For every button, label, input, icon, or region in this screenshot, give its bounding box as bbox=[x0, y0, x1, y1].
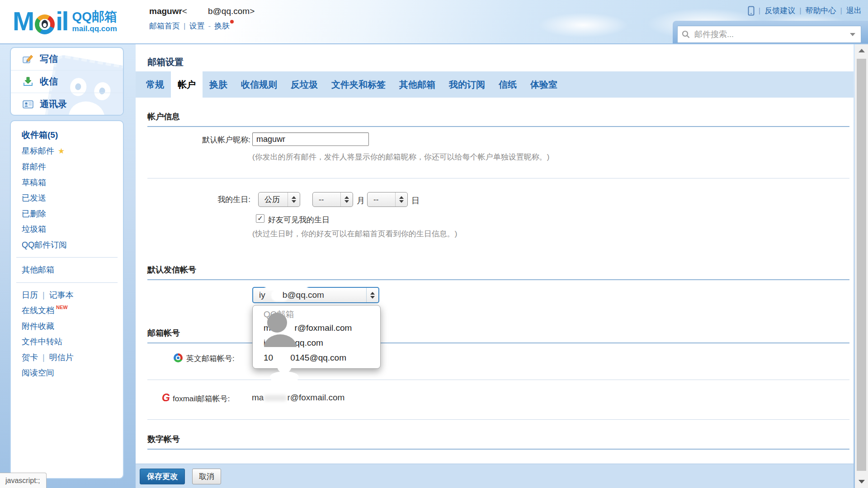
folder-other-mailboxes[interactable]: 其他邮箱 bbox=[11, 262, 123, 278]
nickname-input[interactable] bbox=[252, 132, 369, 146]
browser-status-tooltip: javascript:; bbox=[0, 473, 47, 488]
logo-word-il: il bbox=[56, 5, 67, 37]
nav-mail-home-link[interactable]: 邮箱首页 bbox=[149, 22, 180, 30]
nickname-hint: (你发出的所有邮件，发件人将显示你的邮箱昵称，你还可以给每个帐户单独设置昵称。) bbox=[252, 152, 549, 162]
divider bbox=[147, 419, 849, 420]
qqmail-logo[interactable]: M il QQ邮箱 mail.qq.com bbox=[13, 5, 117, 37]
nav-skin-link[interactable]: 换肤 bbox=[214, 22, 230, 30]
tab-lab[interactable]: 体验室 bbox=[524, 71, 564, 98]
mobile-phone-icon[interactable] bbox=[748, 6, 755, 16]
contacts-label: 通讯录 bbox=[40, 98, 67, 110]
tab-stationery[interactable]: 信纸 bbox=[492, 71, 524, 98]
folder-reading-space[interactable]: 阅读空间 bbox=[11, 365, 123, 381]
penguin-ring-icon bbox=[35, 14, 55, 34]
user-identity: maguwr<b@qq.com> bbox=[149, 6, 255, 16]
calendar-type-select[interactable]: 公历 bbox=[258, 192, 300, 207]
pipe-separator: | bbox=[42, 353, 45, 362]
save-changes-button[interactable]: 保存更改 bbox=[140, 469, 185, 484]
tab-folders-labels[interactable]: 文件夹和标签 bbox=[325, 71, 392, 98]
receive-label: 收信 bbox=[40, 75, 58, 88]
greeting-card-link[interactable]: 贺卡 bbox=[22, 353, 38, 362]
vertical-scrollbar[interactable] bbox=[855, 44, 868, 488]
select-spinner-icon bbox=[340, 192, 353, 206]
cancel-button[interactable]: 取消 bbox=[192, 469, 221, 484]
search-band bbox=[673, 21, 868, 43]
new-badge: NEW bbox=[56, 305, 68, 310]
sidebar-item-receive[interactable]: 收信 bbox=[11, 70, 123, 93]
settings-tabs: 常规 帐户 换肤 收信规则 反垃圾 文件夹和标签 其他邮箱 我的订阅 信纸 体验… bbox=[136, 71, 854, 98]
mail-search-input[interactable] bbox=[693, 29, 850, 40]
folder-qq-subscription[interactable]: QQ邮件订阅 bbox=[11, 237, 123, 253]
tab-skin[interactable]: 换肤 bbox=[203, 71, 234, 98]
folder-deleted[interactable]: 已删除 bbox=[11, 206, 123, 222]
folder-drafts[interactable]: 草稿箱 bbox=[11, 175, 123, 191]
select-spinner-icon bbox=[366, 288, 378, 302]
month-unit-label: 月 bbox=[357, 195, 365, 206]
sidebar-item-contacts[interactable]: 通讯录 bbox=[11, 93, 123, 115]
logo-word-m: M bbox=[13, 5, 33, 37]
folder-file-transfer[interactable]: 文件中转站 bbox=[11, 334, 123, 350]
scrollbar-thumb[interactable] bbox=[857, 59, 866, 471]
user-name: maguwr bbox=[149, 6, 182, 16]
page-title: 邮箱设置 bbox=[147, 56, 184, 68]
contacts-icon bbox=[23, 99, 33, 110]
sidebar-folders-panel: 收件箱(5) 星标邮件★ 群邮件 草稿箱 已发送 已删除 垃圾箱 QQ邮件订阅 … bbox=[10, 120, 124, 479]
tab-other-mailboxes[interactable]: 其他邮箱 bbox=[392, 71, 442, 98]
birthday-month-select[interactable]: -- bbox=[312, 192, 353, 207]
english-account-label: 英文邮箱帐号: bbox=[186, 353, 235, 364]
folder-sent[interactable]: 已发送 bbox=[11, 190, 123, 206]
help-center-link[interactable]: 帮助中心 bbox=[806, 5, 836, 16]
divider bbox=[147, 380, 849, 380]
calendar-link[interactable]: 日历 bbox=[22, 291, 38, 300]
receive-mail-icon bbox=[23, 76, 33, 87]
day-unit-label: 日 bbox=[411, 195, 420, 206]
postcard-link[interactable]: 明信片 bbox=[49, 353, 74, 362]
notification-dot-icon bbox=[230, 20, 234, 23]
selected-account-value: iyb@qq.com bbox=[253, 290, 366, 300]
section-default-sending-title: 默认发信帐号 bbox=[147, 264, 849, 280]
scroll-up-button[interactable] bbox=[855, 44, 868, 57]
section-account-info-title: 帐户信息 bbox=[147, 111, 849, 127]
logout-link[interactable]: 退出 bbox=[846, 5, 862, 16]
folder-attachments[interactable]: 附件收藏 bbox=[11, 319, 123, 334]
birthday-day-select[interactable]: -- bbox=[367, 192, 408, 207]
sidebar-divider bbox=[16, 257, 118, 258]
censor-avatar-head bbox=[267, 313, 287, 333]
sending-account-dropdown: QQ邮箱 mar@foxmail.com i@qq.com 100145@qq.… bbox=[252, 305, 381, 369]
email-bracket: < bbox=[182, 6, 187, 16]
folder-online-docs[interactable]: 在线文档NEW bbox=[11, 303, 123, 319]
nav-settings-link[interactable]: 设置 bbox=[189, 22, 204, 30]
notebook-link[interactable]: 记事本 bbox=[49, 291, 74, 300]
brand-name: QQ邮箱 bbox=[72, 10, 118, 23]
censor-smudge bbox=[264, 395, 287, 401]
tab-receive-rules[interactable]: 收信规则 bbox=[234, 71, 284, 98]
tab-general[interactable]: 常规 bbox=[139, 71, 171, 98]
user-block: maguwr<b@qq.com> 邮箱首页|设置-换肤 bbox=[149, 6, 255, 31]
sidebar-divider bbox=[16, 282, 118, 283]
birthday-visible-checkbox[interactable] bbox=[256, 214, 264, 223]
scroll-down-button[interactable] bbox=[855, 475, 868, 488]
foxmail-account-value: mar@foxmail.com bbox=[252, 393, 344, 403]
tab-my-subscriptions[interactable]: 我的订阅 bbox=[442, 71, 492, 98]
sidebar-item-compose[interactable]: 写信 bbox=[11, 48, 123, 70]
arrow-down-icon bbox=[859, 480, 865, 483]
tab-antispam[interactable]: 反垃圾 bbox=[284, 71, 325, 98]
arrow-up-icon bbox=[859, 49, 865, 52]
birthday-visible-label[interactable]: 好友可见我的生日 bbox=[268, 215, 330, 225]
folder-group-mail[interactable]: 群邮件 bbox=[11, 159, 123, 175]
folder-inbox[interactable]: 收件箱(5) bbox=[11, 127, 123, 143]
qq-mail-settings-page: M il QQ邮箱 mail.qq.com maguwr<b@qq.com> 邮… bbox=[0, 0, 868, 488]
nav-dash: - bbox=[208, 22, 211, 30]
star-icon: ★ bbox=[58, 147, 65, 155]
settings-main: 邮箱设置 常规 帐户 换肤 收信规则 反垃圾 文件夹和标签 其他邮箱 我的订阅 … bbox=[136, 44, 854, 488]
folder-spam[interactable]: 垃圾箱 bbox=[11, 221, 123, 237]
default-sending-account-select[interactable]: iyb@qq.com bbox=[252, 287, 379, 303]
search-options-dropdown-icon[interactable] bbox=[850, 33, 855, 36]
folder-starred[interactable]: 星标邮件★ bbox=[11, 143, 123, 160]
feedback-link[interactable]: 反馈建议 bbox=[764, 5, 795, 16]
compose-icon bbox=[23, 54, 33, 65]
tab-account[interactable]: 帐户 bbox=[171, 71, 203, 98]
pipe-separator: | bbox=[42, 291, 45, 300]
top-separator: | bbox=[840, 6, 842, 15]
color-wheel-icon bbox=[174, 353, 183, 362]
